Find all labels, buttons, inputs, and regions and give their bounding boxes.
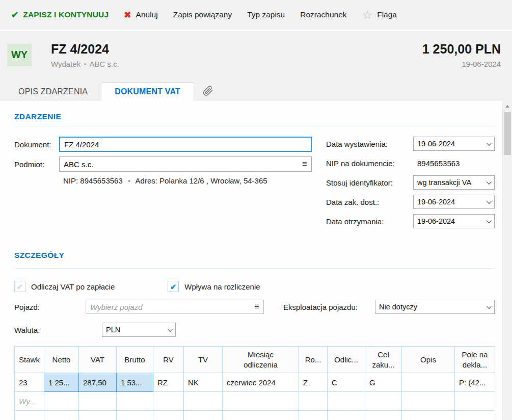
- settlement-button[interactable]: Rozrachunek: [300, 10, 346, 19]
- table-cell[interactable]: [223, 411, 299, 420]
- related-entry-button[interactable]: Zapis powiązany: [173, 10, 232, 19]
- table-cell[interactable]: czerwiec 2024: [223, 373, 299, 392]
- table-cell[interactable]: NK: [184, 373, 223, 392]
- podmiot-label: Podmiot:: [14, 160, 59, 169]
- data-otrzymania-select[interactable]: 19-06-2024: [413, 214, 495, 228]
- document-number: FZ 4/2024: [51, 42, 119, 57]
- table-cell[interactable]: [184, 392, 223, 411]
- table-cell[interactable]: [184, 411, 223, 420]
- col-header-vat[interactable]: VAT: [79, 347, 117, 373]
- table-cell[interactable]: [455, 392, 495, 411]
- table-cell[interactable]: [328, 392, 365, 411]
- table-cell[interactable]: C: [328, 373, 365, 392]
- table-cell[interactable]: [402, 411, 455, 420]
- data-zak-dost-row: Data zak. dost.: 19-06-2024: [326, 195, 495, 209]
- data-otrzymania-row: Data otrzymania: 19-06-2024: [326, 214, 495, 228]
- entry-type-button[interactable]: Typ zapisu: [247, 10, 285, 19]
- col-header-rv[interactable]: RV: [153, 347, 184, 373]
- table-row: [15, 411, 495, 420]
- wplywa-na-rozliczenie-checkbox[interactable]: ✔: [168, 281, 179, 292]
- table-cell[interactable]: G: [365, 373, 402, 392]
- tab-opis-zdarzenia[interactable]: OPIS ZDARZENIA: [5, 82, 101, 101]
- table-cell[interactable]: [79, 392, 117, 411]
- table-cell[interactable]: [299, 411, 328, 420]
- col-header-pole-deklaracji[interactable]: Pole na dekla...: [455, 347, 495, 373]
- eksploatacja-select[interactable]: Nie dotyczy: [375, 300, 495, 314]
- list-picker-icon[interactable]: ≡: [254, 302, 259, 312]
- table-cell[interactable]: [455, 411, 495, 420]
- flag-label: Flaga: [377, 10, 397, 19]
- table-cell[interactable]: [328, 411, 365, 420]
- table-cell[interactable]: [223, 392, 299, 411]
- data-otrzymania-label: Data otrzymania:: [326, 217, 384, 226]
- table-cell[interactable]: [153, 392, 184, 411]
- document-title-block: FZ 4/2024 Wydatek•ABC s.c.: [51, 42, 119, 68]
- table-cell[interactable]: [15, 411, 44, 420]
- pojazd-input[interactable]: [90, 303, 254, 311]
- col-header-odliczenie[interactable]: Odlic...: [328, 347, 365, 373]
- save-continue-label: ZAPISZ I KONTYNUUJ: [23, 10, 109, 19]
- cancel-icon: ✖: [124, 11, 131, 19]
- data-zak-dost-select[interactable]: 19-06-2024: [413, 195, 495, 209]
- table-cell[interactable]: 1 53...: [117, 373, 153, 392]
- table-cell[interactable]: [365, 411, 402, 420]
- col-header-stawka[interactable]: Stawk: [15, 347, 44, 373]
- table-cell[interactable]: [153, 411, 184, 420]
- paperclip-icon[interactable]: [202, 85, 213, 98]
- document-header: WY FZ 4/2024 Wydatek•ABC s.c. 1 250,00 P…: [0, 30, 512, 78]
- table-cell[interactable]: [117, 392, 153, 411]
- data-otrzymania-value: 19-06-2024: [417, 217, 483, 225]
- wplywa-na-rozliczenie-label: Wpływa na rozliczenie: [184, 282, 260, 291]
- table-cell[interactable]: [299, 392, 328, 411]
- table-cell[interactable]: RZ: [153, 373, 184, 392]
- save-continue-button[interactable]: ✔ ZAPISZ I KONTYNUUJ: [11, 10, 109, 19]
- stosuj-identyfikator-label: Stosuj identyfikator:: [326, 178, 393, 187]
- col-header-opis[interactable]: Opis: [402, 347, 455, 373]
- chevron-down-icon: [487, 199, 492, 204]
- odliczaj-vat-checkbox[interactable]: ✔: [14, 281, 25, 292]
- settlement-label: Rozrachunek: [300, 10, 346, 19]
- document-date: 19-06-2024: [422, 60, 501, 68]
- odliczaj-vat-label: Odliczaj VAT po zapłacie: [31, 282, 115, 291]
- table-cell[interactable]: [365, 392, 402, 411]
- scroll-up-button[interactable]: [503, 101, 512, 111]
- table-cell[interactable]: [402, 392, 455, 411]
- vertical-scrollbar[interactable]: [502, 101, 512, 420]
- cancel-button[interactable]: ✖ Anuluj: [124, 10, 157, 19]
- nip-dokument-row: NIP na dokumencie: 8945653563: [326, 156, 495, 170]
- table-cell[interactable]: P: (42...: [455, 373, 495, 392]
- flag-button[interactable]: ☆ Flaga: [362, 9, 397, 21]
- col-header-miesiac-odliczenia[interactable]: Miesiąc odliczenia: [223, 347, 299, 373]
- adres-label: Adres:: [136, 176, 157, 185]
- event-section: Dokument: Podmiot: ABC s.c. ≡ NIP: 89456…: [14, 137, 495, 233]
- table-cell[interactable]: [44, 392, 79, 411]
- scrollbar-thumb[interactable]: [504, 112, 511, 155]
- waluta-value: PLN: [106, 326, 165, 334]
- stosuj-identyfikator-select[interactable]: wg transakcji VA: [413, 175, 495, 190]
- col-header-rodzaj[interactable]: Ro...: [299, 347, 328, 373]
- table-cell[interactable]: [402, 373, 455, 392]
- table-cell[interactable]: 23: [15, 373, 44, 392]
- table-cell[interactable]: [44, 411, 79, 420]
- stosuj-identyfikator-row: Stosuj identyfikator: wg transakcji VA: [326, 175, 495, 190]
- dokument-input[interactable]: [59, 137, 312, 152]
- table-cell[interactable]: Wy...: [15, 392, 44, 411]
- data-wystawienia-select[interactable]: 19-06-2024: [413, 137, 495, 151]
- col-header-netto[interactable]: Netto: [44, 347, 79, 373]
- list-picker-icon[interactable]: ≡: [302, 159, 307, 169]
- table-cell[interactable]: 1 25...: [44, 373, 79, 392]
- col-header-brutto[interactable]: Brutto: [117, 347, 153, 373]
- tab-dokument-vat[interactable]: DOKUMENT VAT: [101, 82, 194, 101]
- section-divider: [14, 268, 495, 269]
- podmiot-field[interactable]: ABC s.c. ≡: [59, 156, 312, 172]
- col-header-tv[interactable]: TV: [184, 347, 223, 373]
- table-cell[interactable]: Z: [299, 373, 328, 392]
- table-cell[interactable]: [79, 411, 117, 420]
- table-cell[interactable]: [117, 411, 153, 420]
- col-header-cel-zakupu[interactable]: Cel zaku...: [365, 347, 402, 373]
- document-type-badge: WY: [7, 44, 32, 66]
- table-cell[interactable]: 287,50: [79, 373, 117, 392]
- data-wystawienia-row: Data wystawienia: 19-06-2024: [326, 137, 495, 151]
- waluta-select[interactable]: PLN: [102, 323, 176, 337]
- pojazd-field[interactable]: ≡: [86, 300, 264, 314]
